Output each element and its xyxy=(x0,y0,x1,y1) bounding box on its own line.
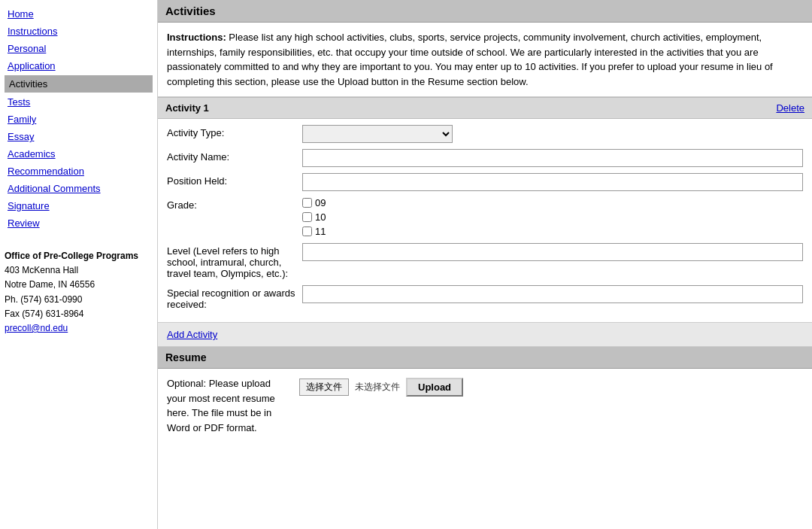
grade-control: 09 10 11 xyxy=(302,197,803,237)
grade-09-checkbox[interactable] xyxy=(302,198,312,208)
activity-name-control xyxy=(302,149,803,167)
grade-10-label: 10 xyxy=(315,211,326,223)
special-recognition-control xyxy=(302,285,803,303)
office-address2: Notre Dame, IN 46556 xyxy=(5,278,153,292)
activity-name-input[interactable] xyxy=(302,149,803,167)
activity-type-label: Activity Type: xyxy=(167,125,302,138)
instructions-text: Please list any high school activities, … xyxy=(167,32,773,87)
grade-11-checkbox[interactable] xyxy=(302,226,312,236)
activity-type-row: Activity Type: xyxy=(167,125,803,143)
level-row: Level (Level refers to high school, intr… xyxy=(167,243,803,279)
activity-type-control xyxy=(302,125,803,143)
add-activity-row: Add Activity xyxy=(158,322,812,347)
grade-row: Grade: 09 10 11 xyxy=(167,197,803,237)
sidebar-item-tests[interactable]: Tests xyxy=(5,94,153,110)
grade-11-item: 11 xyxy=(302,226,803,237)
sidebar-item-academics[interactable]: Academics xyxy=(5,146,153,162)
activity-name-label: Activity Name: xyxy=(167,149,302,163)
activity-name-row: Activity Name: xyxy=(167,149,803,167)
special-recognition-input[interactable] xyxy=(302,285,803,303)
resume-text: Optional: Please upload your most recent… xyxy=(167,376,287,435)
special-recognition-label: Special recognition or awards received: xyxy=(167,285,302,310)
level-input[interactable] xyxy=(302,243,803,261)
office-info: Office of Pre-College Programs 403 McKen… xyxy=(5,249,153,336)
office-phone: Ph. (574) 631-0990 xyxy=(5,293,153,307)
sidebar-item-essay[interactable]: Essay xyxy=(5,129,153,144)
level-label: Level (Level refers to high school, intr… xyxy=(167,243,302,279)
special-recognition-row: Special recognition or awards received: xyxy=(167,285,803,310)
main-content: Activities Instructions: Please list any… xyxy=(158,0,812,529)
sidebar-item-activities[interactable]: Activities xyxy=(5,75,153,93)
position-held-control xyxy=(302,173,803,191)
grade-10-checkbox[interactable] xyxy=(302,212,312,222)
level-control xyxy=(302,243,803,261)
resume-optional-label: Optional: xyxy=(167,378,206,389)
activity1-header: Activity 1 Delete xyxy=(158,97,812,119)
grade-10-item: 10 xyxy=(302,211,803,223)
sidebar-item-review[interactable]: Review xyxy=(5,215,153,231)
sidebar: HomeInstructionsPersonalApplicationActiv… xyxy=(0,0,158,529)
page-title: Activities xyxy=(158,0,812,23)
upload-button[interactable]: Upload xyxy=(406,378,463,397)
delete-link[interactable]: Delete xyxy=(776,102,804,114)
sidebar-item-home[interactable]: Home xyxy=(5,6,153,22)
grade-label: Grade: xyxy=(167,197,302,211)
resume-controls: 选择文件 未选择文件 Upload xyxy=(299,378,463,397)
activity1-form: Activity Type: Activity Name: Position H… xyxy=(158,119,812,322)
resume-header: Resume xyxy=(158,347,812,369)
resume-section: Optional: Please upload your most recent… xyxy=(158,369,812,442)
sidebar-item-additional-comments[interactable]: Additional Comments xyxy=(5,181,153,196)
activity1-heading: Activity 1 xyxy=(165,102,209,114)
position-held-label: Position Held: xyxy=(167,173,302,187)
office-email[interactable]: precoll@nd.edu xyxy=(5,323,68,333)
office-address1: 403 McKenna Hall xyxy=(5,263,153,278)
sidebar-item-personal[interactable]: Personal xyxy=(5,41,153,56)
sidebar-nav: HomeInstructionsPersonalApplicationActiv… xyxy=(5,6,153,231)
sidebar-item-family[interactable]: Family xyxy=(5,111,153,127)
position-held-row: Position Held: xyxy=(167,173,803,191)
choose-file-button[interactable]: 选择文件 xyxy=(299,379,349,396)
sidebar-item-signature[interactable]: Signature xyxy=(5,198,153,214)
office-fax: Fax (574) 631-8964 xyxy=(5,307,153,321)
add-activity-button[interactable]: Add Activity xyxy=(167,329,217,340)
grade-09-label: 09 xyxy=(315,197,326,208)
instructions-label: Instructions: xyxy=(167,32,226,43)
sidebar-item-recommendation[interactable]: Recommendation xyxy=(5,163,153,179)
grade-09-item: 09 xyxy=(302,197,803,208)
sidebar-item-application[interactable]: Application xyxy=(5,58,153,74)
sidebar-item-instructions[interactable]: Instructions xyxy=(5,23,153,39)
activity-type-select[interactable] xyxy=(302,125,453,143)
no-file-label: 未选择文件 xyxy=(355,381,400,394)
office-name: Office of Pre-College Programs xyxy=(5,251,138,261)
position-held-input[interactable] xyxy=(302,173,803,191)
grade-11-label: 11 xyxy=(315,226,326,237)
instructions-box: Instructions: Please list any high schoo… xyxy=(158,23,812,97)
